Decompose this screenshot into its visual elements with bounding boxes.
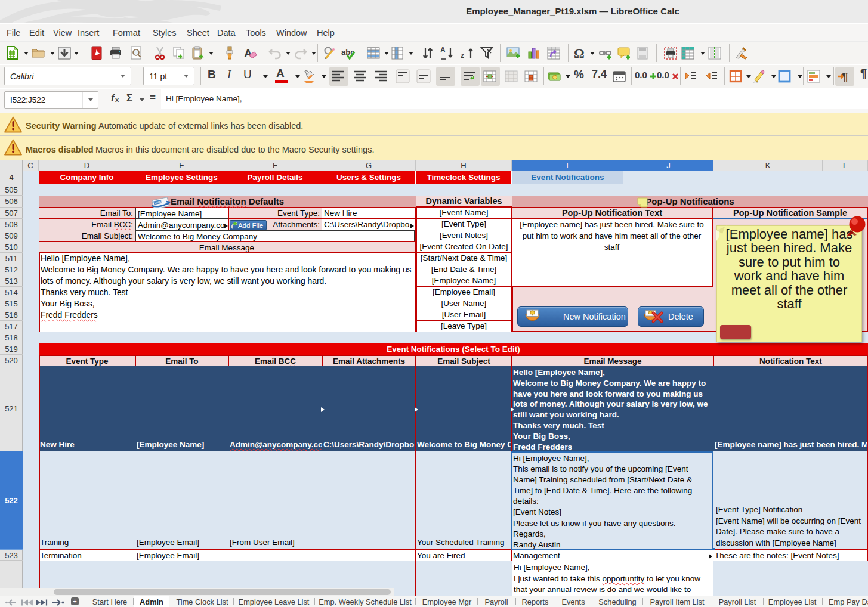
svg-text:z: z	[461, 51, 464, 60]
svg-text:A: A	[440, 46, 446, 54]
svg-text:Ω: Ω	[574, 46, 585, 60]
